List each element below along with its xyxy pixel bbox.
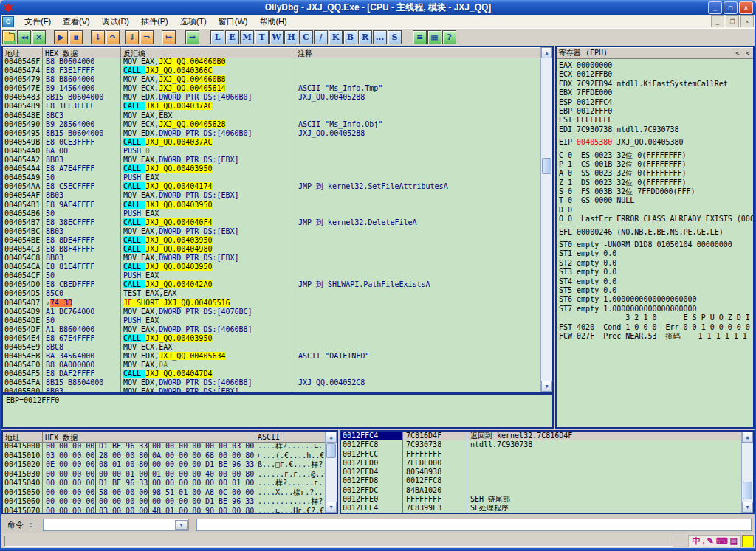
- efl-row[interactable]: EFL 00000246 (NO,NB,E,BE,NS,PE,GE,LE): [559, 228, 753, 237]
- flag-row-S[interactable]: S 0 FS 003B 32位 7FFDD000(FFF): [559, 187, 753, 196]
- run-button[interactable]: ▶: [54, 30, 68, 44]
- stack-scrollbar[interactable]: ▲ ▼: [741, 432, 753, 513]
- register-row-EDX[interactable]: EDX 7C92EB94 ntdll.KiFastSystemCallRet: [559, 80, 753, 89]
- dump-row-00415020[interactable]: 004150200E 00 00 0008 01 00 8000 00 00 0…: [3, 460, 325, 470]
- fpu-row-ST1[interactable]: ST1 empty 0.0: [559, 249, 753, 258]
- register-row-EIP[interactable]: EIP 00405380 JXJ_QQ.00405380: [559, 138, 753, 147]
- disasm-row-00405489[interactable]: 00405489E8 1EE3FFFFCALL JXJ_QQ.004037AC: [3, 102, 540, 111]
- disasm-row-004054F5[interactable]: 004054F5E8 DAF2FFFFCALL JXJ_QQ.004047D4: [3, 370, 540, 378]
- register-row-ESI[interactable]: ESI FFFFFFFF: [559, 116, 753, 125]
- panel-button-T[interactable]: T: [255, 30, 269, 44]
- go-to-address-button[interactable]: →: [185, 30, 199, 44]
- disasm-row-00405474[interactable]: 00405474E8 F3E1FFFFCALL JXJ_QQ.0040366C: [3, 66, 540, 75]
- fpu-row-ST6[interactable]: ST6 empty 1.0000000000000000000: [559, 295, 753, 304]
- disasm-row-00405495[interactable]: 004054958B15 B0604000MOV EDX,DWORD PTR D…: [3, 129, 540, 138]
- disasm-row-004054F0[interactable]: 004054F0B8 0A000000MOV EAX,0A: [3, 361, 540, 370]
- panel-button-S[interactable]: S: [388, 30, 402, 44]
- disasm-row-004054AA[interactable]: 004054AAE8 C5ECFFFFCALL JXJ_QQ.00404174J…: [3, 182, 540, 191]
- fpu-row-ST3[interactable]: ST3 empty 0.0: [559, 268, 753, 277]
- register-row-ESP[interactable]: ESP 0012FFC4: [559, 98, 753, 107]
- disasm-row-004054E9[interactable]: 004054E98BC8MOV ECX,EAX: [3, 343, 540, 352]
- disasm-scrollbar[interactable]: ▲ ▼: [540, 47, 552, 392]
- disasm-row-004054DF[interactable]: 004054DFA1 B8604000MOV EAX,DWORD PTR DS:…: [3, 325, 540, 334]
- execute-till-return-button[interactable]: ↦: [162, 30, 176, 44]
- disasm-row-004054A0[interactable]: 004054A06A 00PUSH 0: [3, 147, 540, 156]
- register-row-EAX[interactable]: EAX 00000000: [559, 61, 753, 70]
- ime-keyboard-icon[interactable]: ⌨: [716, 537, 728, 545]
- scroll-down-icon[interactable]: ▼: [541, 381, 552, 392]
- disasm-row-00405490[interactable]: 00405490B9 28564000MOV ECX,JXJ_QQ.004056…: [3, 120, 540, 129]
- minimize-button[interactable]: _: [708, 1, 722, 14]
- windows-list-button[interactable]: ≡: [413, 30, 427, 44]
- dump-row-00415060[interactable]: 0041506000 00 00 0000 00 00 0000 00 00 0…: [3, 497, 325, 507]
- panel-button-B[interactable]: B: [343, 30, 357, 44]
- scroll-down-icon[interactable]: ▼: [326, 502, 337, 513]
- command-combobox[interactable]: ▼: [43, 519, 189, 531]
- flag-row-A[interactable]: A 0 SS 0023 32位 0(FFFFFFFF): [559, 169, 753, 178]
- restart-button[interactable]: ◀◀: [17, 30, 31, 44]
- fpu-row-ST5[interactable]: ST5 empty 0.0: [559, 286, 753, 295]
- scroll-up-icon[interactable]: ▲: [742, 432, 753, 443]
- disasm-scrollbar-thumb[interactable]: [542, 158, 551, 174]
- flag-row-Z[interactable]: Z 1 DS 0023 32位 0(FFFFFFFF): [559, 179, 753, 187]
- flag-row-O[interactable]: O 0 LastErr ERROR_CLASS_ALREADY_EXISTS (…: [559, 215, 753, 223]
- fpu-row-ST2[interactable]: ST2 empty 0.0: [559, 259, 753, 268]
- menu-item-d[interactable]: 调试(D): [96, 15, 135, 28]
- dump-scrollbar-thumb[interactable]: [326, 443, 336, 458]
- mdi-close-button[interactable]: ×: [740, 15, 754, 27]
- mdi-minimize-button[interactable]: _: [711, 15, 724, 27]
- flag-row-P[interactable]: P 1 CS 001B 32位 0(FFFFFFFF): [559, 160, 753, 169]
- maximize-button[interactable]: □: [724, 1, 738, 14]
- menu-item-v[interactable]: 查看(V): [57, 15, 96, 28]
- disasm-row-00405500[interactable]: 004055008B03MOV EAX,DWORD PTR DS:[EBX]: [3, 387, 540, 392]
- ime-chinese-icon[interactable]: 中: [692, 537, 700, 545]
- panel-button-slash[interactable]: /: [314, 30, 328, 44]
- dump-row-00415070[interactable]: 0041507000 00 00 0003 00 00 0048 01 00 8…: [3, 507, 325, 513]
- fpu-row-ST7[interactable]: ST7 empty 1.0000000000000000000: [559, 305, 753, 313]
- appearance-button[interactable]: ▦: [427, 30, 441, 44]
- ime-pen-icon[interactable]: ✎: [707, 537, 713, 545]
- panel-button-more[interactable]: ...: [373, 30, 387, 44]
- help-button[interactable]: ?: [442, 30, 456, 44]
- close-program-button[interactable]: ×: [32, 30, 46, 44]
- dump-row-00415000[interactable]: 0041500000 00 00 00D1 BE 96 3300 00 00 0…: [3, 442, 325, 451]
- panel-button-L[interactable]: L: [210, 30, 224, 44]
- close-button[interactable]: ×: [739, 1, 753, 14]
- disasm-row-004054B1[interactable]: 004054B1E8 9AE4FFFFCALL JXJ_QQ.00403950: [3, 201, 540, 209]
- fpu-row-ST4[interactable]: ST4 empty 0.0: [559, 277, 753, 286]
- menu-item-f[interactable]: 文件(F): [18, 15, 57, 28]
- disasm-row-0040548E[interactable]: 0040548E8BC3MOV EAX,EBX: [3, 111, 540, 120]
- disasm-row-004054D0[interactable]: 004054D0E8 CBEDFFFFCALL JXJ_QQ.004042A0J…: [3, 280, 540, 289]
- panel-button-W[interactable]: W: [269, 30, 284, 44]
- dump-row-00415050[interactable]: 0041505000 00 00 0058 00 00 0098 51 01 0…: [3, 488, 325, 498]
- disasm-row-0040547E[interactable]: 0040547EB9 14564000MOV ECX,JXJ_QQ.004056…: [3, 84, 540, 93]
- panel-button-H[interactable]: H: [284, 30, 298, 44]
- panel-button-R[interactable]: R: [358, 30, 372, 44]
- disasm-row-004054EB[interactable]: 004054EBBA 34564000MOV EDX,JXJ_QQ.004056…: [3, 352, 540, 361]
- flag-row-D[interactable]: D 0: [559, 206, 753, 215]
- dump-row-00415010[interactable]: 0041501003 00 00 0028 00 00 800A 00 00 0…: [3, 451, 325, 461]
- disasm-row-004054BC[interactable]: 004054BC8B03MOV EAX,DWORD PTR DS:[EBX]: [3, 227, 540, 236]
- menu-item-p[interactable]: 插件(P): [135, 15, 174, 28]
- dump-row-00415030[interactable]: 0041503000 00 00 0000 00 01 0001 00 00 0…: [3, 470, 325, 479]
- step-into-button[interactable]: ↓: [91, 30, 105, 44]
- disasm-row-004054C8[interactable]: 004054C88B03MOV EAX,DWORD PTR DS:[EBX]: [3, 254, 540, 263]
- mdi-restore-button[interactable]: ❐: [726, 15, 739, 27]
- panel-button-E[interactable]: E: [225, 30, 239, 44]
- stack-row-0012FFC4[interactable]: 0012FFC47C816D4F返回到 kernel32.7C816D4F: [341, 432, 741, 440]
- panel-button-C[interactable]: C: [299, 30, 313, 44]
- dump-scrollbar[interactable]: ▲ ▼: [325, 432, 337, 513]
- stack-row-0012FFCC[interactable]: 0012FFCCFFFFFFFF: [341, 450, 741, 459]
- ime-panel-icon[interactable]: ▤: [730, 537, 738, 545]
- menu-item-h[interactable]: 帮助(H): [253, 15, 292, 28]
- disasm-row-00405479[interactable]: 00405479B8 B8604000MOV EAX,JXJ_QQ.004060…: [3, 75, 540, 84]
- disasm-row-004054FA[interactable]: 004054FA8B15 B8604000MOV EDX,DWORD PTR D…: [3, 378, 540, 387]
- register-row-EBX[interactable]: EBX 7FFDE000: [559, 89, 753, 97]
- stack-row-0012FFE4[interactable]: 0012FFE47C8399F3SE处理程序: [341, 504, 741, 513]
- disasm-row-004054D7[interactable]: 004054D7∨74 3DJE SHORT JXJ_QQ.00405516: [3, 299, 540, 308]
- dump-row-00415040[interactable]: 0041504000 00 00 00D1 BE 96 3300 00 00 0…: [3, 479, 325, 488]
- registers-prev-button[interactable]: <: [732, 49, 743, 57]
- disasm-row-004054CF[interactable]: 004054CF50PUSH EAX: [3, 271, 540, 280]
- command-dropdown-button[interactable]: ▼: [175, 520, 188, 530]
- flag-row-C[interactable]: C 0 ES 0023 32位 0(FFFFFFFF): [559, 151, 753, 160]
